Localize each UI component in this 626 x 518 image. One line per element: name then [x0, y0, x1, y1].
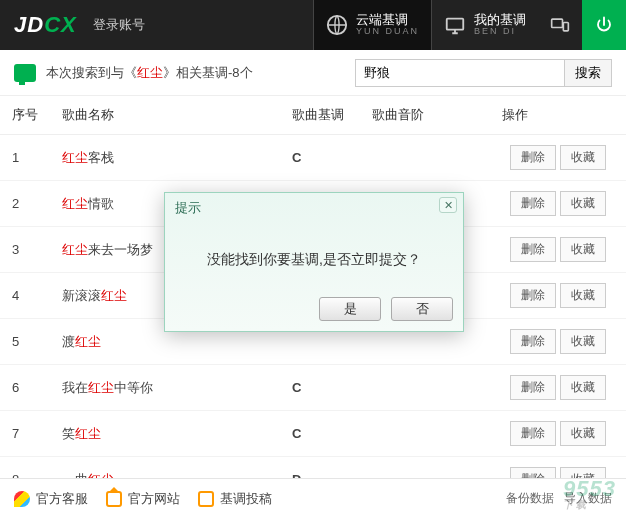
dialog-mask: 提示 ✕ 没能找到你要基调,是否立即提交？ 是 否	[0, 0, 626, 518]
dialog-body: 没能找到你要基调,是否立即提交？	[165, 223, 463, 289]
dialog-title: 提示	[175, 200, 201, 215]
dialog-close-button[interactable]: ✕	[439, 197, 457, 213]
dialog-yes-button[interactable]: 是	[319, 297, 381, 321]
confirm-dialog: 提示 ✕ 没能找到你要基调,是否立即提交？ 是 否	[164, 192, 464, 332]
dialog-title-bar: 提示 ✕	[165, 193, 463, 223]
dialog-no-button[interactable]: 否	[391, 297, 453, 321]
dialog-buttons: 是 否	[165, 289, 463, 331]
